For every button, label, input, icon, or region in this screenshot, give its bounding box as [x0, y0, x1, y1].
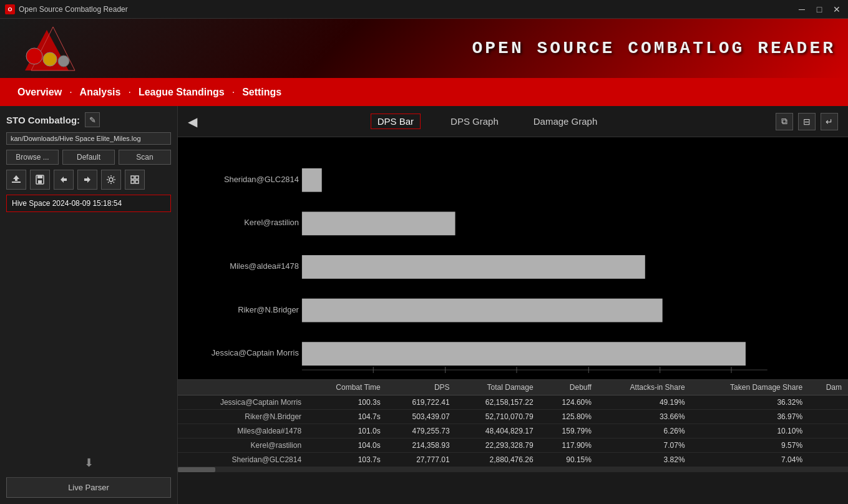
svg-rect-14 [135, 176, 139, 179]
player-label-0: Sheridan@GLC2814 [224, 175, 299, 184]
cell-combat-time: 100.3s [308, 395, 387, 410]
cell-name: Jessica@Captain Morris [178, 395, 308, 410]
save-button[interactable] [30, 170, 50, 190]
nav-item-analysis[interactable]: Analysis [75, 84, 126, 100]
settings-button-2[interactable] [125, 170, 145, 190]
tab-dps-graph[interactable]: DPS Graph [446, 114, 504, 129]
browse-button[interactable]: Browse ... [6, 150, 59, 165]
title-bar-text: Open Source Combatlog Reader [19, 5, 128, 14]
copy-button[interactable]: ⧉ [776, 113, 793, 130]
cell-combat-time: 104.0s [308, 439, 387, 453]
cell-attacks-in: 3.82% [598, 453, 691, 467]
settings-button-1[interactable] [101, 170, 121, 190]
bar-0 [302, 168, 322, 192]
cell-name: Sheridan@GLC2814 [178, 453, 308, 467]
live-parser-button[interactable]: Live Parser [6, 477, 171, 498]
logo-svg [12, 24, 94, 74]
combat-list: Hive Space 2024-08-09 15:18:54 [6, 195, 171, 448]
nav-bar: Overview · Analysis · League Standings ·… [0, 78, 848, 106]
table-row: Miles@aldea#1478 101.0s 479,255.73 48,40… [178, 424, 848, 439]
combat-item[interactable]: Hive Space 2024-08-09 15:18:54 [6, 195, 171, 212]
main-content: STO Combatlog: ✎ Browse ... Default Scan [0, 106, 848, 504]
cell-dam [809, 453, 848, 467]
table-scrollbar[interactable] [178, 467, 848, 472]
data-table: Combat Time DPS Total Damage Debuff Atta… [178, 380, 848, 467]
minimize-button[interactable]: ─ [796, 3, 808, 16]
tab-dps-bar[interactable]: DPS Bar [371, 114, 421, 129]
cell-taken-damage: 36.32% [691, 395, 809, 410]
chart-area: Sheridan@GLC2814 Kerel@rastilion Miles@a… [178, 137, 848, 379]
scan-button[interactable]: Scan [119, 150, 171, 165]
table-row: Sheridan@GLC2814 103.7s 27,777.01 2,880,… [178, 453, 848, 467]
layout-button[interactable]: ⊟ [798, 113, 816, 130]
cell-attacks-in: 7.07% [598, 439, 691, 453]
table-scrollbar-thumb[interactable] [178, 467, 215, 472]
cell-total-damage: 2,880,476.26 [456, 453, 540, 467]
nav-sep-3: · [232, 87, 235, 98]
cell-dam [809, 410, 848, 424]
cell-taken-damage: 10.10% [691, 424, 809, 439]
nav-item-league[interactable]: League Standings [134, 84, 230, 100]
svg-rect-13 [131, 176, 134, 179]
th-total-damage: Total Damage [456, 380, 540, 395]
filepath-input[interactable] [6, 132, 171, 145]
cell-debuff: 125.80% [540, 410, 598, 424]
logo-emblem [12, 24, 94, 74]
file-buttons: Browse ... Default Scan [6, 150, 171, 165]
svg-rect-15 [131, 180, 134, 183]
svg-rect-16 [135, 180, 139, 183]
close-button[interactable]: ✕ [831, 3, 843, 16]
th-name [178, 380, 308, 395]
app-title: OPEN SOURCE COMBATLOG READER [472, 39, 836, 58]
maximize-button[interactable]: □ [813, 3, 826, 16]
next-button[interactable] [77, 170, 97, 190]
th-dam: Dam [809, 380, 848, 395]
cell-attacks-in: 49.19% [598, 395, 691, 410]
back-button[interactable]: ◀ [188, 114, 197, 129]
table-row: Riker@N.Bridger 104.7s 503,439.07 52,710… [178, 410, 848, 424]
tab-damage-graph[interactable]: Damage Graph [529, 114, 603, 129]
app-icon: O [5, 4, 15, 14]
nav-item-overview[interactable]: Overview [12, 84, 67, 100]
combatlog-label-row: STO Combatlog: ✎ [6, 112, 171, 127]
title-bar-controls: ─ □ ✕ [796, 3, 843, 16]
cell-total-damage: 62,158,157.22 [456, 395, 540, 410]
nav-sep-2: · [128, 87, 130, 98]
cell-total-damage: 52,710,070.79 [456, 410, 540, 424]
right-panel: ◀ DPS Bar DPS Graph Damage Graph ⧉ ⊟ ↵ S… [178, 106, 848, 504]
cell-combat-time: 103.7s [308, 453, 387, 467]
cell-dps: 619,722.41 [387, 395, 456, 410]
cell-dps: 503,439.07 [387, 410, 456, 424]
nav-sep-1: · [69, 87, 72, 98]
logo-header: OPEN SOURCE COMBATLOG READER [0, 19, 848, 78]
svg-rect-9 [38, 180, 42, 183]
cell-dam [809, 424, 848, 439]
upload-button[interactable] [6, 170, 26, 190]
bar-2 [302, 255, 645, 279]
cell-debuff: 159.79% [540, 424, 598, 439]
cell-name: Riker@N.Bridger [178, 410, 308, 424]
cell-debuff: 117.90% [540, 439, 598, 453]
svg-marker-11 [84, 177, 90, 183]
svg-point-3 [43, 52, 57, 66]
player-label-4: Jessica@Captain Morris [212, 348, 299, 357]
cell-debuff: 90.15% [540, 453, 598, 467]
return-button[interactable]: ↵ [821, 113, 838, 130]
th-debuff: Debuff [540, 380, 598, 395]
svg-rect-5 [12, 182, 21, 183]
cell-total-damage: 48,404,829.17 [456, 424, 540, 439]
th-taken-damage: Taken Damage Share [691, 380, 809, 395]
edit-button[interactable]: ✎ [85, 112, 100, 127]
tab-group: DPS Bar DPS Graph Damage Graph [371, 114, 603, 129]
svg-point-12 [109, 178, 113, 182]
default-button[interactable]: Default [62, 150, 115, 165]
player-label-3: Riker@N.Bridger [238, 305, 299, 314]
svg-marker-10 [61, 177, 67, 183]
bar-chart: Sheridan@GLC2814 Kerel@rastilion Miles@a… [190, 150, 836, 373]
cell-attacks-in: 6.26% [598, 424, 691, 439]
header-right-btns: ⧉ ⊟ ↵ [776, 113, 838, 130]
prev-button[interactable] [54, 170, 74, 190]
combatlog-label-text: STO Combatlog: [6, 115, 80, 125]
nav-item-settings[interactable]: Settings [237, 84, 286, 100]
th-attacks-in: Attacks-in Share [598, 380, 691, 395]
